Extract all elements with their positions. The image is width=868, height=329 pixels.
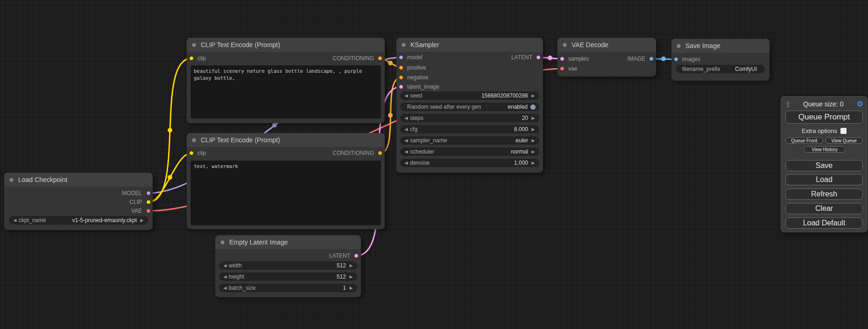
node-empty-latent-image[interactable]: Empty Latent Image LATENT ◀ width 512 ▶ … [215, 235, 361, 297]
queue-front-button[interactable]: Queue Front [785, 137, 823, 144]
conditioning-output-port[interactable] [378, 151, 382, 155]
decrement-arrow-icon[interactable]: ◀ [222, 264, 228, 268]
increment-arrow-icon[interactable]: ▶ [530, 116, 536, 120]
increment-arrow-icon[interactable]: ▶ [348, 275, 354, 279]
collapse-dot[interactable] [676, 43, 681, 49]
node-title: Empty Latent Image [229, 238, 288, 246]
increment-arrow-icon[interactable]: ▶ [348, 286, 354, 290]
scheduler-widget[interactable]: ◀ scheduler normal ▶ [400, 147, 539, 156]
filename-prefix-widget[interactable]: filename_prefix ComfyUI [676, 65, 765, 73]
node-titlebar[interactable]: Save Image [671, 39, 769, 53]
prompt-textarea[interactable]: beautiful scenery nature glass bottle la… [191, 65, 381, 119]
decrement-arrow-icon[interactable]: ◀ [403, 127, 409, 132]
decrement-arrow-icon[interactable]: ◀ [222, 275, 228, 279]
image-output-port[interactable] [649, 56, 654, 61]
node-ksampler[interactable]: KSampler model positive negative latent_… [396, 38, 543, 173]
node-clip-text-encode-positive[interactable]: CLIP Text Encode (Prompt) clip CONDITION… [187, 38, 385, 123]
height-widget[interactable]: ◀ height 512 ▶ [219, 273, 357, 281]
latent-output-port[interactable] [354, 253, 359, 258]
collapse-dot[interactable] [191, 138, 197, 143]
queue-prompt-button[interactable]: Queue Prompt [785, 111, 863, 124]
collapse-dot[interactable] [9, 177, 14, 182]
latent-image-input-port[interactable] [399, 84, 403, 89]
positive-input-port[interactable] [399, 65, 403, 70]
increment-arrow-icon[interactable]: ▶ [139, 218, 145, 223]
decrement-arrow-icon[interactable]: ◀ [222, 286, 228, 290]
decrement-arrow-icon[interactable]: ◀ [403, 139, 409, 143]
prompt-textarea[interactable]: text, watermark [191, 161, 381, 225]
collapse-dot[interactable] [191, 42, 197, 48]
node-clip-text-encode-negative[interactable]: CLIP Text Encode (Prompt) clip CONDITION… [187, 133, 385, 229]
decrement-arrow-icon[interactable]: ◀ [403, 94, 409, 98]
widget-value: v1-5-pruned-emaonly.ckpt [72, 217, 137, 224]
cfg-widget[interactable]: ◀ cfg 8.000 ▶ [400, 125, 539, 133]
load-button[interactable]: Load [785, 174, 863, 185]
model-output-port[interactable] [146, 191, 151, 196]
node-titlebar[interactable]: Load Checkpoint [4, 173, 153, 187]
toggle-indicator[interactable] [530, 104, 536, 110]
node-vae-decode[interactable]: VAE Decode samples vae IMAGE [557, 38, 656, 77]
latent-output-port[interactable] [536, 55, 541, 60]
width-widget[interactable]: ◀ width 512 ▶ [219, 261, 357, 270]
decrement-arrow-icon[interactable]: ◀ [12, 218, 18, 223]
load-default-button[interactable]: Load Default [785, 217, 863, 229]
refresh-button[interactable]: Refresh [785, 189, 863, 200]
output-label-conditioning: CONDITIONING [332, 150, 374, 156]
node-title: CLIP Text Encode (Prompt) [201, 41, 280, 49]
view-queue-button[interactable]: View Queue [826, 137, 863, 144]
vae-output-port[interactable] [146, 209, 151, 213]
save-button[interactable]: Save [785, 160, 863, 171]
gear-icon[interactable]: ⚙ [857, 100, 863, 108]
samples-input-port[interactable] [560, 56, 565, 61]
node-load-checkpoint[interactable]: Load Checkpoint MODEL CLIP VAE ◀ ckpt_na… [4, 173, 153, 230]
widget-value: enabled [508, 104, 528, 110]
collapse-dot[interactable] [562, 42, 567, 48]
graph-canvas[interactable]: Load Checkpoint MODEL CLIP VAE ◀ ckpt_na… [0, 0, 868, 329]
node-titlebar[interactable]: CLIP Text Encode (Prompt) [187, 133, 385, 147]
drag-handle-icon[interactable]: ⣿ [786, 101, 790, 107]
batch-size-widget[interactable]: ◀ batch_size 1 ▶ [219, 284, 357, 292]
conditioning-output-port[interactable] [378, 56, 382, 61]
collapse-dot[interactable] [220, 240, 225, 245]
collapse-dot[interactable] [401, 42, 406, 48]
ckpt-name-widget[interactable]: ◀ ckpt_name v1-5-pruned-emaonly.ckpt ▶ [9, 216, 148, 224]
link-midpoint-dot [661, 56, 666, 61]
increment-arrow-icon[interactable]: ▶ [530, 127, 536, 132]
clip-input-port[interactable] [189, 56, 194, 61]
node-titlebar[interactable]: KSampler [396, 38, 543, 52]
steps-widget[interactable]: ◀ steps 20 ▶ [400, 114, 539, 122]
denoise-widget[interactable]: ◀ denoise 1.000 ▶ [400, 159, 539, 167]
increment-arrow-icon[interactable]: ▶ [348, 264, 354, 268]
widget-name: height [229, 273, 244, 280]
model-input-port[interactable] [399, 55, 403, 60]
link-midpoint-dot [388, 113, 393, 118]
increment-arrow-icon[interactable]: ▶ [530, 139, 536, 143]
node-titlebar[interactable]: CLIP Text Encode (Prompt) [187, 38, 385, 52]
vae-input-port[interactable] [560, 66, 565, 71]
clip-output-port[interactable] [146, 200, 151, 204]
seed-widget[interactable]: ◀ seed 156680208700286 ▶ [400, 91, 539, 100]
view-history-button[interactable]: View History [804, 146, 846, 153]
decrement-arrow-icon[interactable]: ◀ [403, 116, 409, 120]
random-seed-toggle-widget[interactable]: Random seed after every gen enabled [400, 103, 539, 111]
increment-arrow-icon[interactable]: ▶ [530, 94, 536, 98]
node-save-image[interactable]: Save Image images filename_prefix ComfyU… [671, 39, 769, 81]
node-titlebar[interactable]: Empty Latent Image [215, 235, 361, 249]
queue-menu-panel: ⣿ Queue size: 0 ⚙ Queue Prompt Extra opt… [781, 96, 868, 232]
widget-name: scheduler [410, 148, 434, 155]
sampler-name-widget[interactable]: ◀ sampler_name euler ▶ [400, 136, 539, 145]
extra-options-checkbox[interactable] [840, 128, 847, 134]
node-titlebar[interactable]: VAE Decode [557, 38, 656, 52]
negative-input-port[interactable] [399, 75, 403, 80]
widget-value: 512 [337, 262, 346, 269]
decrement-arrow-icon[interactable]: ◀ [403, 150, 409, 154]
increment-arrow-icon[interactable]: ▶ [530, 161, 536, 165]
images-input-port[interactable] [674, 57, 678, 62]
output-label-conditioning: CONDITIONING [332, 56, 374, 61]
widget-value: 512 [337, 273, 346, 280]
menu-header: ⣿ Queue size: 0 ⚙ [786, 99, 863, 109]
clip-input-port[interactable] [189, 151, 194, 155]
decrement-arrow-icon[interactable]: ◀ [403, 161, 409, 165]
increment-arrow-icon[interactable]: ▶ [530, 150, 536, 154]
clear-button[interactable]: Clear [785, 203, 863, 214]
